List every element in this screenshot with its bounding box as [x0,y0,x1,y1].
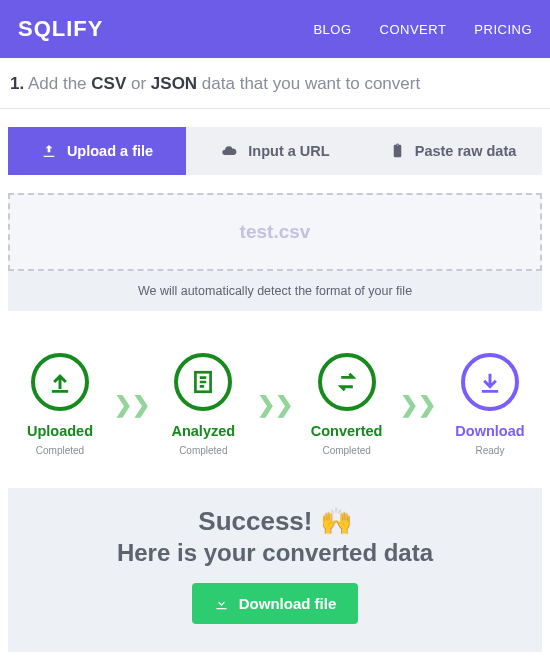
paste-icon [390,143,405,159]
tab-label: Input a URL [248,143,329,159]
download-button-label: Download file [239,595,337,612]
chevron-right-icon: ❯❯ [400,392,436,418]
format-hint: We will automatically detect the format … [8,271,542,311]
step-status: Completed [322,445,370,456]
input-tabs: Upload a file Input a URL Paste raw data [8,127,542,175]
nav-blog[interactable]: BLOG [313,22,351,37]
chevron-right-icon: ❯❯ [114,392,150,418]
progress-steps: Uploaded Completed ❯❯ Analyzed Completed… [0,311,550,478]
step-converted: Converted Completed [301,353,393,456]
step-status: Completed [179,445,227,456]
step-label: Analyzed [171,423,235,439]
logo[interactable]: SQLIFY [18,16,103,42]
tab-input-url[interactable]: Input a URL [186,127,364,175]
nav: BLOG CONVERT PRICING [313,22,532,37]
success-subtitle: Here is your converted data [18,539,532,567]
step-download: Download Ready [444,353,536,456]
download-button[interactable]: Download file [192,583,359,624]
tab-upload-file[interactable]: Upload a file [8,127,186,175]
chevron-right-icon: ❯❯ [257,392,293,418]
download-icon [461,353,519,411]
success-title: Success! 🙌 [18,506,532,537]
step-1-title: 1. Add the CSV or JSON data that you wan… [0,58,550,109]
success-panel: Success! 🙌 Here is your converted data D… [8,488,542,652]
upload-icon [41,143,57,159]
step-status: Completed [36,445,84,456]
swap-icon [318,353,376,411]
header: SQLIFY BLOG CONVERT PRICING [0,0,550,58]
step-uploaded: Uploaded Completed [14,353,106,456]
file-dropzone[interactable]: test.csv [8,193,542,271]
tab-label: Paste raw data [415,143,517,159]
step-label: Uploaded [27,423,93,439]
step-analyzed: Analyzed Completed [157,353,249,456]
tab-label: Upload a file [67,143,153,159]
upload-icon [31,353,89,411]
nav-convert[interactable]: CONVERT [380,22,447,37]
cloud-icon [220,143,238,159]
tab-paste-data[interactable]: Paste raw data [364,127,542,175]
document-icon [174,353,232,411]
dropzone-filename: test.csv [240,221,311,243]
nav-pricing[interactable]: PRICING [474,22,532,37]
step-label: Converted [311,423,383,439]
step-status: Ready [475,445,504,456]
step-label: Download [455,423,524,439]
download-icon [214,596,229,611]
step-number: 1. [10,74,24,93]
